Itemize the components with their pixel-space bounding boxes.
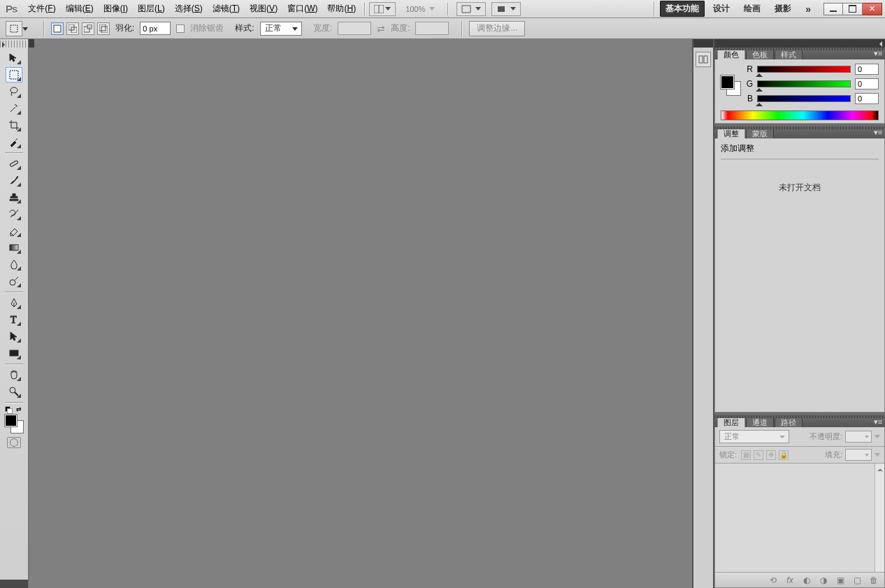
- b-input[interactable]: [855, 93, 879, 104]
- selection-add-button[interactable]: [66, 22, 79, 35]
- shape-tool[interactable]: [6, 345, 22, 361]
- fill-label: 填充:: [825, 450, 842, 460]
- r-slider[interactable]: [757, 66, 851, 73]
- svg-rect-23: [704, 56, 707, 63]
- menu-file[interactable]: 文件(F): [24, 1, 59, 17]
- chevron-down-icon: [429, 7, 435, 10]
- dock-handle[interactable]: [29, 39, 34, 48]
- layers-list[interactable]: [715, 464, 884, 572]
- svg-rect-5: [54, 25, 61, 32]
- svg-rect-10: [99, 24, 106, 31]
- r-input[interactable]: [855, 64, 879, 75]
- menu-image[interactable]: 图像(I): [99, 1, 132, 17]
- screen-mode-button[interactable]: [456, 2, 486, 16]
- arrange-documents-button[interactable]: [369, 2, 396, 16]
- adjustment-layer-icon: ◑: [819, 575, 828, 585]
- svg-point-16: [10, 280, 15, 285]
- dock-handle[interactable]: [714, 39, 885, 48]
- color-panel: R G B: [714, 59, 885, 124]
- quick-select-tool[interactable]: [6, 101, 22, 116]
- sel-add-icon: [69, 24, 77, 33]
- color-spectrum[interactable]: [721, 110, 879, 120]
- chevron-right-icon: [875, 453, 880, 457]
- g-input[interactable]: [855, 78, 879, 89]
- tool-divider: [5, 292, 23, 292]
- gradient-icon: [8, 242, 20, 253]
- swap-colors-icon[interactable]: ⇄: [16, 406, 22, 413]
- lasso-icon: [8, 86, 20, 97]
- gradient-tool[interactable]: [6, 240, 22, 255]
- window-close-button[interactable]: [863, 3, 882, 15]
- marquee-tool[interactable]: [6, 67, 22, 83]
- menu-layer[interactable]: 图层(L): [134, 1, 169, 17]
- menu-window[interactable]: 窗口(W): [283, 1, 322, 17]
- dock-handle[interactable]: [693, 39, 713, 48]
- chevron-down-icon: [475, 7, 481, 10]
- quick-mask-button[interactable]: [7, 437, 21, 448]
- path-select-tool[interactable]: [6, 329, 22, 344]
- dodge-tool[interactable]: [6, 273, 22, 289]
- b-slider[interactable]: [757, 95, 851, 102]
- default-colors-icon[interactable]: [5, 406, 13, 415]
- workspace-painting[interactable]: 绘画: [738, 1, 766, 17]
- style-label: 样式:: [235, 22, 254, 34]
- type-tool[interactable]: T: [6, 312, 22, 327]
- svg-rect-3: [498, 6, 505, 12]
- layer-mask-icon: ◐: [802, 575, 812, 585]
- menu-filter[interactable]: 滤镜(T): [208, 1, 244, 17]
- menu-view[interactable]: 视图(V): [245, 1, 282, 17]
- clone-stamp-tool[interactable]: [6, 189, 22, 205]
- lasso-tool[interactable]: [6, 84, 22, 99]
- feather-label: 羽化:: [115, 22, 134, 34]
- window-minimize-button[interactable]: [823, 3, 843, 15]
- pen-tool[interactable]: [6, 295, 22, 310]
- style-select[interactable]: 正常: [260, 22, 302, 36]
- color-swatches-mini[interactable]: [721, 76, 740, 95]
- selection-intersect-button[interactable]: [97, 22, 110, 35]
- window-maximize-button[interactable]: [843, 3, 863, 15]
- menu-help[interactable]: 帮助(H): [323, 1, 360, 17]
- tool-divider: [5, 152, 23, 153]
- lock-all-icon: 🔒: [779, 450, 789, 460]
- foreground-color[interactable]: [721, 76, 734, 89]
- antialias-checkbox: [176, 24, 185, 33]
- g-slider[interactable]: [757, 80, 851, 87]
- blur-tool[interactable]: [6, 257, 22, 272]
- selection-new-button[interactable]: [51, 22, 64, 35]
- eyedropper-tool[interactable]: [6, 134, 22, 150]
- group-icon: ▣: [835, 575, 845, 585]
- type-icon: T: [8, 314, 20, 325]
- crop-icon: [8, 120, 20, 131]
- chevron-right-icon: [875, 435, 880, 438]
- healing-brush-tool[interactable]: [6, 156, 22, 171]
- zoom-tool[interactable]: [6, 384, 22, 399]
- canvas-area[interactable]: [29, 39, 693, 588]
- slider-thumb[interactable]: [756, 70, 763, 77]
- slider-thumb[interactable]: [756, 99, 763, 106]
- adjustments-title: 添加调整: [721, 143, 879, 155]
- extras-button[interactable]: [491, 2, 521, 16]
- hand-tool[interactable]: [6, 367, 22, 382]
- droplet-icon: [8, 259, 20, 270]
- move-tool[interactable]: [6, 50, 22, 66]
- history-brush-tool[interactable]: [6, 206, 22, 222]
- crop-tool[interactable]: [6, 117, 22, 133]
- slider-thumb[interactable]: [756, 85, 763, 92]
- menu-select[interactable]: 选择(S): [171, 1, 207, 17]
- workspace-photography[interactable]: 摄影: [769, 1, 797, 17]
- eraser-tool[interactable]: [6, 223, 22, 238]
- workspace-design[interactable]: 设计: [707, 1, 735, 17]
- menu-edit[interactable]: 编辑(E): [62, 1, 98, 17]
- tool-preset-button[interactable]: [6, 21, 22, 36]
- brush-tool[interactable]: [6, 173, 22, 188]
- selection-subtract-button[interactable]: [82, 22, 94, 35]
- rectangle-icon: [8, 347, 20, 359]
- workspace-more[interactable]: »: [800, 1, 816, 17]
- scrollbar[interactable]: [875, 464, 884, 572]
- toolbox-handle[interactable]: [0, 41, 28, 48]
- foreground-color[interactable]: [5, 415, 17, 426]
- color-swatches[interactable]: [5, 415, 23, 433]
- feather-input[interactable]: [140, 22, 171, 35]
- workspace-essentials[interactable]: 基本功能: [660, 1, 705, 17]
- mini-panel-icon[interactable]: [696, 52, 711, 67]
